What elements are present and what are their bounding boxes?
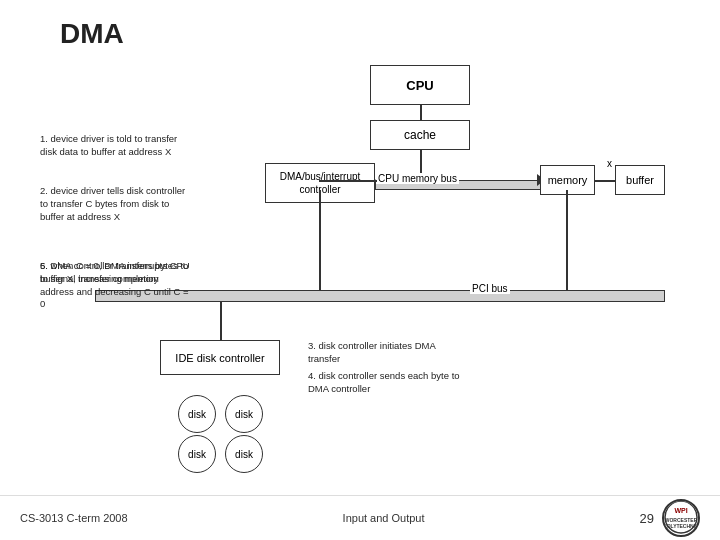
buffer-box: buffer: [615, 165, 665, 195]
disk-2: disk: [225, 395, 263, 433]
footer-center: Input and Output: [343, 512, 425, 524]
diagram-area: CPU cache CPU memory bus DMA/bus/interru…: [40, 65, 690, 455]
x-label: x: [607, 158, 612, 169]
line-pci-to-ide: [220, 302, 222, 340]
page-title: DMA: [0, 0, 720, 58]
line-left-to-pci: [319, 190, 321, 290]
line-mem-buffer: [595, 180, 615, 182]
cpu-box: CPU: [370, 65, 470, 105]
cache-box: cache: [370, 120, 470, 150]
line-dma-to-bus: [319, 180, 377, 182]
wpi-logo: WPI WORCESTER POLYTECHNIC: [662, 499, 700, 537]
svg-text:WPI: WPI: [674, 507, 687, 514]
memory-box: memory: [540, 165, 595, 195]
note-1: 1. device driver is told to transfer dis…: [40, 133, 195, 159]
note-2: 2. device driver tells disk controller t…: [40, 185, 195, 223]
line-right-to-pci: [566, 190, 568, 290]
footer: CS-3013 C-term 2008 Input and Output 29 …: [0, 495, 720, 540]
cpu-memory-bus-label: CPU memory bus: [376, 173, 459, 184]
note-4: 6. when C = 0, DMA interrupts CPU to sig…: [40, 260, 190, 286]
footer-right: 29 WPI WORCESTER POLYTECHNIC: [640, 499, 700, 537]
svg-text:POLYTECHNIC: POLYTECHNIC: [664, 523, 698, 529]
note-step3: 3. disk controller initiates DMA transfe…: [308, 340, 463, 366]
disk-1: disk: [178, 395, 216, 433]
disk-3: disk: [178, 435, 216, 473]
line-cpu-cache: [420, 105, 422, 120]
ide-controller-box: IDE disk controller: [160, 340, 280, 375]
disk-4: disk: [225, 435, 263, 473]
page-number: 29: [640, 511, 654, 526]
note-step4: 4. disk controller sends each byte to DM…: [308, 370, 463, 396]
footer-left: CS-3013 C-term 2008: [20, 512, 128, 524]
pci-bus-label: PCI bus: [470, 283, 510, 294]
